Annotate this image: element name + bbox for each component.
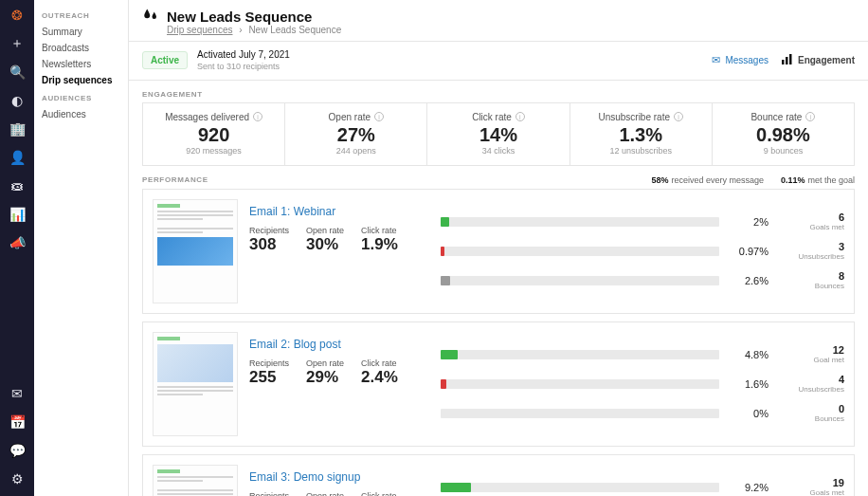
email-card: Email 1: WebinarRecipients308Open rate30…	[142, 189, 855, 314]
nav-heading: AUDIENCES	[42, 94, 120, 102]
engagement-title: Click rate i	[472, 112, 525, 122]
info-icon[interactable]: i	[674, 112, 683, 121]
bar-row: 1.6%4Unsubscribes	[441, 374, 844, 394]
engagement-title: Bounce rate i	[750, 112, 815, 122]
bar-track	[441, 217, 719, 227]
bar-fill	[441, 276, 450, 285]
nav-item-drip-sequences[interactable]: Drip sequences	[42, 72, 120, 88]
info-icon[interactable]: i	[374, 112, 384, 121]
bar-meta: 4Unsubscribes	[778, 374, 844, 394]
info-icon[interactable]: i	[253, 112, 262, 121]
engagement-sub: 9 bounces	[716, 146, 850, 156]
gear-icon[interactable]: ⚙	[8, 469, 27, 488]
nav-item-summary[interactable]: Summary	[42, 24, 120, 40]
megaphone-icon[interactable]: 📣	[8, 233, 27, 252]
status-bar: Active Activated July 7, 2021 Sent to 31…	[129, 41, 868, 81]
engagement-value: 27%	[289, 124, 423, 146]
bar-track	[441, 483, 719, 492]
email-bars: 9.2%19Goals met1.4%3Unsubscribes0.47%1Bo…	[441, 465, 844, 496]
performance-summary-stat: 58%received every message	[651, 175, 764, 185]
engagement-title: Open rate i	[329, 112, 384, 122]
user-icon[interactable]: 👤	[8, 148, 27, 167]
bar-percent: 0.97%	[729, 246, 769, 257]
engagement-cell: Open rate i27%244 opens	[285, 103, 427, 165]
nav-item-audiences[interactable]: Audiences	[42, 106, 120, 122]
tab-messages-label: Messages	[725, 55, 769, 65]
stat-open-rate: Open rate23%	[306, 491, 344, 496]
engagement-title: Unsubscribe rate i	[598, 112, 683, 122]
stat-recipients: Recipients212	[249, 491, 289, 496]
engagement-sub: 34 clicks	[431, 146, 565, 156]
building-icon[interactable]: 🏢	[8, 119, 27, 138]
mail-icon: ✉	[712, 54, 720, 66]
bars-icon	[782, 54, 793, 66]
tab-messages[interactable]: ✉ Messages	[712, 54, 769, 66]
email-preview-thumbnail[interactable]	[153, 199, 238, 303]
chart-icon[interactable]: 📊	[8, 205, 27, 224]
nav-item-newsletters[interactable]: Newsletters	[42, 56, 120, 72]
email-preview-thumbnail[interactable]	[153, 465, 238, 496]
bar-meta: 19Goals met	[778, 477, 844, 496]
email-card: Email 2: Blog postRecipients255Open rate…	[142, 321, 855, 447]
info-icon[interactable]: i	[805, 112, 815, 121]
ticket-icon[interactable]: 🎟	[8, 176, 27, 195]
stat-click-rate: Click rate0.94%	[361, 491, 407, 496]
bar-meta: 8Bounces	[778, 270, 844, 290]
main-content: New Leads Sequence Drip sequences › New …	[129, 0, 868, 496]
performance-emails-list: Email 1: WebinarRecipients308Open rate30…	[129, 189, 868, 496]
bar-meta: 3Unsubscribes	[778, 241, 844, 261]
status-activated-date: Activated July 7, 2021	[197, 49, 290, 62]
bar-row: 0%0Bounces	[441, 403, 844, 423]
breadcrumb-current: New Leads Sequence	[248, 25, 341, 35]
bar-row: 2.6%8Bounces	[441, 270, 844, 290]
bar-row: 0.97%3Unsubscribes	[441, 241, 844, 261]
bar-percent: 2.6%	[729, 275, 769, 286]
engagement-sub: 12 unsubscribes	[574, 146, 708, 156]
search-icon[interactable]: 🔍	[8, 63, 27, 82]
acorn-icon[interactable]: ❂	[8, 6, 27, 25]
plus-icon[interactable]: ＋	[8, 34, 27, 53]
status-badge: Active	[142, 51, 188, 69]
breadcrumb: Drip sequences › New Leads Sequence	[167, 25, 855, 35]
stat-open-rate: Open rate29%	[306, 358, 344, 387]
breadcrumb-separator: ›	[239, 25, 242, 35]
email-bars: 4.8%12Goal met1.6%4Unsubscribes0%0Bounce…	[441, 332, 844, 436]
gauge-icon[interactable]: ◐	[8, 91, 27, 110]
email-title-link[interactable]: Email 3: Demo signup	[249, 470, 429, 484]
mail-icon[interactable]: ✉	[8, 384, 27, 403]
tab-engagement[interactable]: Engagement	[782, 54, 855, 66]
email-title-link[interactable]: Email 1: Webinar	[249, 205, 429, 218]
breadcrumb-root[interactable]: Drip sequences	[167, 25, 232, 35]
stat-click-rate: Click rate2.4%	[361, 358, 398, 387]
nav-item-broadcasts[interactable]: Broadcasts	[42, 40, 120, 56]
engagement-cell: Messages delivered i920920 messages	[143, 103, 285, 165]
calendar-icon[interactable]: 📅	[8, 413, 27, 432]
bar-track	[441, 276, 719, 285]
performance-header-row: PERFORMANCE 58%received every message0.1…	[129, 166, 868, 189]
bar-fill	[441, 483, 471, 492]
drip-icon	[142, 8, 159, 25]
engagement-sub: 920 messages	[147, 146, 280, 156]
stat-recipients: Recipients308	[249, 226, 289, 254]
bar-percent: 4.8%	[729, 349, 769, 360]
bar-fill	[441, 379, 446, 389]
engagement-sub: 244 opens	[289, 146, 423, 156]
email-card: Email 3: Demo signupRecipients212Open ra…	[142, 454, 855, 496]
bar-fill	[441, 247, 444, 256]
bar-percent: 2%	[729, 216, 769, 228]
bar-percent: 1.6%	[729, 378, 769, 390]
bar-track	[441, 350, 719, 359]
bar-fill	[441, 350, 458, 359]
engagement-value: 0.98%	[716, 124, 850, 146]
icon-rail: ❂＋🔍◐🏢👤🎟📊📣 ✉📅💬⚙	[0, 0, 34, 496]
engagement-panel: Messages delivered i920920 messagesOpen …	[142, 102, 855, 166]
status-meta: Activated July 7, 2021 Sent to 310 recip…	[197, 49, 290, 72]
email-title-link[interactable]: Email 2: Blog post	[249, 338, 429, 351]
email-preview-thumbnail[interactable]	[153, 332, 238, 436]
svg-rect-0	[782, 60, 785, 64]
email-info: Email 1: WebinarRecipients308Open rate30…	[249, 199, 429, 303]
page-title: New Leads Sequence	[167, 9, 312, 25]
info-icon[interactable]: i	[515, 112, 525, 121]
performance-summary-stat: 0.11%met the goal	[781, 175, 855, 185]
chat-icon[interactable]: 💬	[8, 441, 27, 460]
